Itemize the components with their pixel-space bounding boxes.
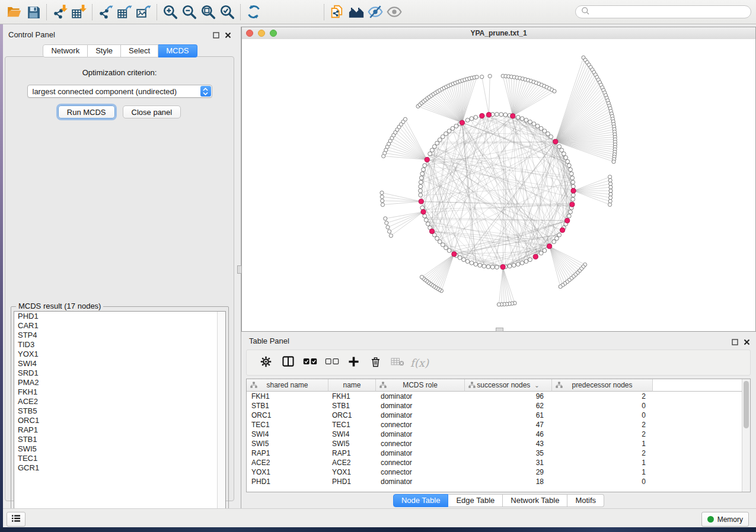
graph-node[interactable] (569, 210, 573, 214)
float-table-panel-icon[interactable] (732, 337, 738, 348)
run-mcds-button[interactable]: Run MCDS (58, 105, 115, 118)
graph-leaf-node[interactable] (389, 234, 393, 238)
graph-node[interactable] (495, 113, 499, 117)
graph-hub-node[interactable] (421, 210, 426, 214)
graph-node[interactable] (571, 180, 575, 184)
search-box[interactable] (575, 5, 751, 18)
mcds-result-item[interactable]: STB5 (14, 406, 225, 416)
clone-network-button[interactable] (328, 3, 347, 21)
graph-leaf-node[interactable] (609, 189, 613, 193)
graph-node[interactable] (478, 263, 482, 267)
graph-node[interactable] (549, 134, 553, 139)
zoom-window-button[interactable] (270, 30, 277, 37)
table-cell[interactable]: 0 (552, 411, 653, 420)
deselect-all-rows-button[interactable] (321, 352, 343, 373)
graph-node[interactable] (422, 168, 426, 172)
optimization-criterion-select[interactable]: largest connected component (undirected) (27, 85, 212, 98)
mcds-result-item[interactable]: CAR1 (14, 321, 225, 331)
task-history-button[interactable] (7, 512, 25, 527)
table-row[interactable]: PHD1PHD1dominator180 (247, 477, 750, 486)
table-cell[interactable]: 2 (552, 392, 653, 401)
table-cell[interactable]: 61 (465, 411, 552, 420)
network-overview-button[interactable] (347, 3, 366, 21)
graph-node[interactable] (474, 262, 478, 267)
table-scrollbar-thumb[interactable] (744, 381, 749, 428)
mcds-result-item[interactable]: STB1 (14, 435, 225, 444)
mcds-result-item[interactable]: SRD1 (14, 368, 225, 378)
graph-node[interactable] (435, 236, 439, 241)
export-table-button[interactable] (115, 3, 134, 21)
graph-node[interactable] (571, 193, 575, 197)
graph-leaf-node[interactable] (380, 195, 384, 198)
table-cell[interactable]: PHD1 (328, 477, 376, 486)
splitter-handle-horizontal[interactable] (496, 328, 503, 332)
graph-node[interactable] (516, 116, 520, 120)
table-row[interactable]: SWI4SWI4dominator462 (247, 430, 750, 439)
graph-node[interactable] (512, 263, 516, 267)
mcds-result-item[interactable]: TEC1 (14, 454, 225, 463)
graph-node[interactable] (465, 118, 470, 122)
table-cell[interactable]: 29 (465, 467, 552, 477)
graph-node[interactable] (447, 129, 451, 133)
graph-node[interactable] (524, 118, 528, 122)
table-row[interactable]: TEC1TEC1connector472 (247, 420, 750, 430)
graph-node[interactable] (567, 164, 571, 168)
table-cell[interactable]: dominator (376, 392, 465, 401)
graph-node[interactable] (516, 262, 520, 267)
mcds-result-item[interactable]: SWI5 (14, 444, 225, 454)
float-panel-icon[interactable] (213, 30, 219, 41)
graph-node[interactable] (454, 124, 458, 128)
table-cell[interactable]: 2 (552, 420, 653, 430)
graph-leaf-node[interactable] (497, 303, 500, 306)
table-cell[interactable]: ACE2 (328, 458, 376, 467)
zoom-in-button[interactable] (161, 3, 180, 21)
graph-leaf-node[interactable] (609, 196, 613, 200)
table-cell[interactable]: FKH1 (247, 392, 328, 401)
table-row[interactable]: SWI5SWI5connector431 (247, 439, 750, 448)
graph-hub-node[interactable] (460, 120, 464, 125)
table-cell[interactable]: 62 (465, 401, 552, 411)
graph-node[interactable] (428, 152, 432, 156)
graph-node[interactable] (419, 184, 423, 188)
graph-node[interactable] (508, 264, 512, 268)
graph-node[interactable] (564, 156, 568, 160)
network-graph[interactable] (242, 39, 755, 331)
graph-leaf-node[interactable] (609, 193, 613, 196)
graph-node[interactable] (465, 259, 470, 264)
graph-node[interactable] (486, 265, 490, 269)
graph-leaf-node[interactable] (380, 191, 384, 194)
mcds-result-item[interactable]: PMA2 (14, 378, 225, 387)
memory-button[interactable]: Memory (701, 512, 749, 527)
panel-splitter-vertical[interactable] (237, 27, 241, 508)
import-network-button[interactable] (50, 3, 69, 21)
graph-hub-node[interactable] (511, 114, 515, 118)
graph-leaf-node[interactable] (608, 200, 612, 203)
table-row[interactable]: YOX1YOX1connector291 (247, 467, 750, 477)
table-cell[interactable]: ACE2 (247, 458, 328, 467)
mcds-result-item[interactable]: SWI4 (14, 359, 225, 368)
close-panel-icon[interactable] (225, 30, 231, 41)
graph-node[interactable] (552, 240, 556, 244)
table-cell[interactable]: 0 (552, 401, 653, 411)
table-cell[interactable]: dominator (376, 448, 465, 458)
zoom-selected-button[interactable] (218, 3, 237, 21)
table-cell[interactable]: 18 (465, 477, 552, 486)
graph-node[interactable] (438, 240, 442, 244)
graph-node[interactable] (419, 180, 423, 184)
graph-node[interactable] (560, 148, 564, 152)
graph-hub-node[interactable] (480, 113, 484, 118)
mcds-result-item[interactable]: ORC1 (14, 416, 225, 425)
table-cell[interactable]: RAP1 (328, 448, 376, 458)
mcds-result-item[interactable]: RAP1 (14, 425, 225, 435)
zoom-out-button[interactable] (180, 3, 199, 21)
graph-node[interactable] (444, 132, 448, 136)
table-cell[interactable]: 1 (552, 458, 653, 467)
save-session-button[interactable] (24, 3, 43, 21)
export-network-button[interactable] (96, 3, 115, 21)
table-cell[interactable]: dominator (376, 401, 465, 411)
graph-node[interactable] (435, 141, 439, 145)
table-settings-button[interactable] (255, 352, 277, 373)
graph-node[interactable] (424, 218, 428, 222)
graph-node[interactable] (571, 197, 575, 201)
graph-node[interactable] (569, 172, 573, 176)
